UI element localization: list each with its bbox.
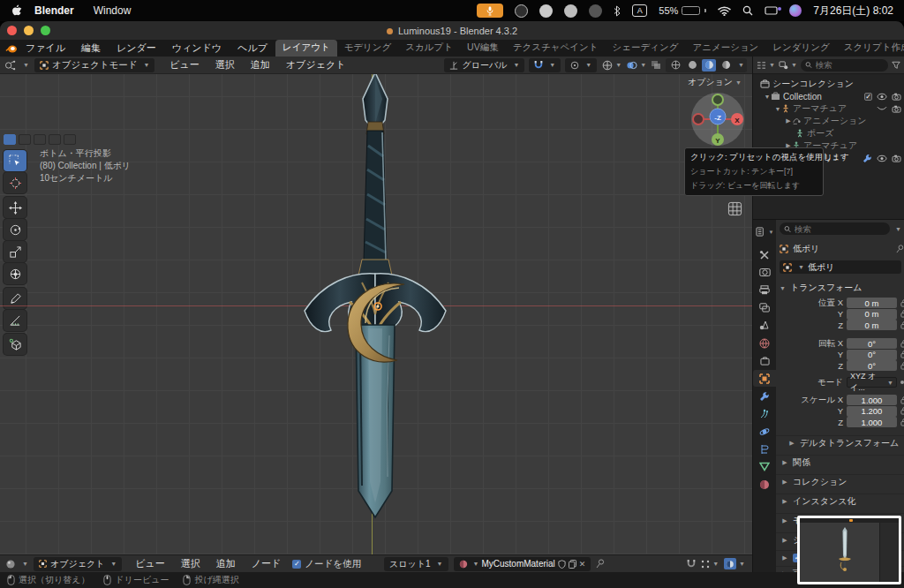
panel-delta-transform[interactable]: ▶デルタトランスフォーム: [776, 435, 904, 449]
rot-x-input[interactable]: 0°: [847, 338, 897, 349]
workspace-tab-scripting[interactable]: スクリプト作成: [837, 40, 904, 57]
rot-y-input[interactable]: 0°: [847, 350, 897, 360]
animate-dot[interactable]: [900, 381, 904, 384]
vpn-status-icon[interactable]: [589, 4, 602, 18]
properties-search-input[interactable]: [795, 224, 885, 234]
sword-model[interactable]: [300, 71, 450, 521]
tab-view-layer[interactable]: [753, 299, 776, 316]
shader-select-menu[interactable]: 選択: [173, 557, 208, 570]
panel-instancing[interactable]: ▶インスタンス化: [776, 494, 904, 508]
tab-world[interactable]: [753, 335, 776, 351]
shader-editor-type-button[interactable]: [5, 559, 16, 569]
options-dropdown[interactable]: オプション▼: [688, 76, 742, 88]
show-overlays-button[interactable]: ▼: [626, 60, 646, 71]
snap-toggle[interactable]: ▼: [529, 58, 561, 72]
spotlight-search-icon[interactable]: [742, 5, 753, 16]
siri-icon[interactable]: [789, 4, 802, 17]
outliner-row-armature-object[interactable]: ▼ アーマチュア: [753, 102, 904, 115]
proportional-edit-toggle[interactable]: ▼: [565, 58, 597, 72]
rot-z-input[interactable]: 0°: [847, 360, 897, 371]
tool-transform[interactable]: [4, 263, 26, 284]
object-menu[interactable]: オブジェクト: [278, 58, 354, 72]
tool-measure[interactable]: [4, 310, 26, 331]
bluetooth-icon[interactable]: [614, 5, 621, 17]
expand-arrow[interactable]: ▼: [774, 106, 781, 112]
mic-recording-indicator[interactable]: [477, 4, 503, 18]
macos-window-menu[interactable]: Window: [94, 4, 132, 17]
apple-logo-icon[interactable]: [11, 4, 22, 17]
chat-app-status-icon[interactable]: [564, 4, 577, 18]
workspace-tab-sculpt[interactable]: スカルプト: [398, 40, 460, 57]
toggle-ortho-button[interactable]: [727, 201, 742, 216]
navigation-gizmo[interactable]: X Y -Z: [689, 92, 746, 148]
armature-eye-closed-icon[interactable]: [877, 105, 887, 112]
tab-tool[interactable]: [753, 246, 776, 263]
tool-rotate[interactable]: [4, 219, 26, 240]
collapse-arrow[interactable]: ▶: [785, 117, 792, 124]
select-tweak-option[interactable]: [4, 134, 16, 145]
rotation-mode-dropdown[interactable]: XYZ オイ...▼: [847, 377, 897, 388]
modifier-wrench-icon[interactable]: [863, 154, 872, 163]
workspace-tab-rendering[interactable]: レンダリング: [765, 40, 836, 57]
outliner-row-animation[interactable]: ▶ アニメーション: [753, 115, 904, 127]
transform-orientation-selector[interactable]: グローバル▼: [444, 58, 524, 72]
blender-logo-icon[interactable]: [5, 43, 18, 54]
tab-modifiers[interactable]: [753, 388, 776, 404]
macos-app-menu[interactable]: Blender: [34, 4, 74, 17]
menu-window[interactable]: ウィンドウ: [164, 41, 230, 55]
material-selector[interactable]: ▼ MyCustomMaterial ✕: [454, 557, 591, 571]
outliner-search-input[interactable]: [816, 60, 884, 70]
scale-y-input[interactable]: 1.200: [847, 406, 897, 417]
shader-snap-target-button[interactable]: ▼: [701, 560, 719, 569]
tool-add-cube[interactable]: [4, 334, 26, 355]
select-lasso-option[interactable]: [49, 134, 61, 145]
workspace-tab-layout[interactable]: レイアウト: [275, 40, 337, 57]
shader-add-menu[interactable]: 追加: [208, 557, 244, 570]
slot-dropdown[interactable]: スロット1▼: [384, 557, 448, 571]
outliner-row-collection[interactable]: ▼ Collection ✓: [753, 90, 904, 102]
mode-selector[interactable]: オブジェクトモード▼: [34, 58, 154, 72]
tab-object-data[interactable]: [753, 458, 776, 475]
properties-editor-type-button[interactable]: ▼: [753, 223, 776, 240]
shader-preview-button[interactable]: ▼: [724, 558, 745, 569]
shading-wireframe-button[interactable]: [668, 59, 682, 72]
view-menu[interactable]: ビュー: [162, 58, 207, 72]
tab-scene[interactable]: [753, 317, 776, 334]
screen-mirroring-icon[interactable]: [765, 6, 778, 16]
shader-node-menu[interactable]: ノード: [244, 557, 290, 570]
outliner-search[interactable]: [801, 59, 888, 72]
shading-solid-button[interactable]: [685, 59, 699, 72]
tool-move[interactable]: [4, 197, 26, 218]
select-circle-option[interactable]: [34, 134, 46, 145]
menu-help[interactable]: ヘルプ: [230, 41, 275, 55]
expand-arrow[interactable]: ▼: [764, 94, 771, 100]
workspace-tab-uv[interactable]: UV編集: [460, 40, 506, 57]
shader-mode-selector[interactable]: オブジェクト▼: [34, 557, 122, 571]
scale-z-input[interactable]: 1.000: [847, 417, 897, 427]
tab-physics[interactable]: [753, 423, 776, 440]
armature-render-camera-icon[interactable]: [892, 105, 901, 113]
workspace-tab-texpaint[interactable]: テクスチャペイント: [506, 40, 606, 57]
menubar-datetime[interactable]: 7月26日(土) 8:02: [813, 4, 893, 19]
fake-user-shield-icon[interactable]: [558, 560, 566, 569]
tab-output[interactable]: [753, 282, 776, 298]
viewport-3d[interactable]: ▼ オブジェクトモード▼ ビュー 選択 追加 オブジェクト グローバル▼ ▼ ▼…: [0, 57, 752, 554]
unlink-material-icon[interactable]: ✕: [579, 560, 586, 569]
properties-options-chevron[interactable]: ▼: [895, 226, 901, 232]
loc-x-input[interactable]: 0 m: [847, 298, 897, 308]
battery-indicator[interactable]: 55%: [659, 5, 706, 16]
shading-rendered-button[interactable]: [719, 59, 733, 72]
workspace-tab-shading[interactable]: シェーディング: [605, 40, 685, 57]
loc-y-input[interactable]: 0 m: [847, 309, 897, 320]
pin-node-tree-icon[interactable]: [596, 559, 605, 569]
show-gizmo-button[interactable]: ▼: [602, 60, 622, 71]
shader-view-menu[interactable]: ビュー: [127, 557, 173, 570]
panel-collections[interactable]: ▶コレクション: [776, 474, 904, 488]
loc-z-input[interactable]: 0 m: [847, 320, 897, 330]
xray-toggle[interactable]: [651, 60, 661, 70]
transform-panel-header[interactable]: ▼トランスフォーム: [780, 282, 863, 294]
lowpoly-render-camera-icon[interactable]: [892, 155, 901, 162]
menu-render[interactable]: レンダー: [109, 41, 164, 55]
add-menu[interactable]: 追加: [243, 58, 278, 72]
scale-x-input[interactable]: 1.000: [847, 395, 897, 405]
